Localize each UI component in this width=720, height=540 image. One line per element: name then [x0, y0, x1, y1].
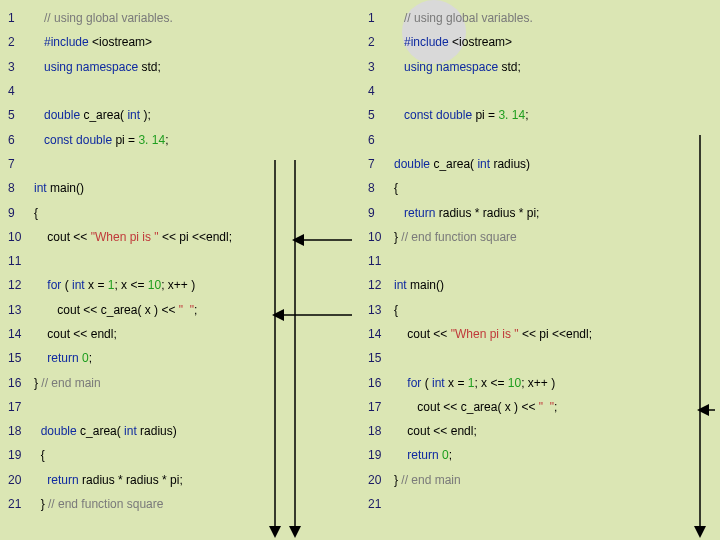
- code-text: for ( int x = 1; x <= 10; x++ ): [34, 278, 195, 292]
- code-text: // using global variables.: [394, 11, 533, 25]
- line-number: 20: [360, 473, 394, 487]
- line-number: 4: [0, 84, 34, 98]
- code-text: double c_area( int );: [34, 108, 151, 122]
- code-line: 10} // end function square: [360, 225, 720, 249]
- code-line: 10 cout << "When pi is " << pi <<endl;: [0, 225, 360, 249]
- code-line: 19 {: [0, 443, 360, 467]
- code-text: int main(): [394, 278, 444, 292]
- code-text: // using global variables.: [34, 11, 173, 25]
- line-number: 17: [0, 400, 34, 414]
- code-line: 8{: [360, 176, 720, 200]
- code-line: 16 for ( int x = 1; x <= 10; x++ ): [360, 370, 720, 394]
- code-line: 11: [0, 249, 360, 273]
- line-number: 7: [0, 157, 34, 171]
- code-line: 20} // end main: [360, 468, 720, 492]
- line-number: 5: [360, 108, 394, 122]
- code-line: 7: [0, 152, 360, 176]
- line-number: 18: [0, 424, 34, 438]
- code-text: cout << "When pi is " << pi <<endl;: [34, 230, 232, 244]
- line-number: 9: [0, 206, 34, 220]
- line-number: 13: [360, 303, 394, 317]
- line-number: 20: [0, 473, 34, 487]
- code-line: 18 double c_area( int radius): [0, 419, 360, 443]
- line-number: 10: [0, 230, 34, 244]
- code-line: 1 // using global variables.: [0, 6, 360, 30]
- line-number: 6: [0, 133, 34, 147]
- code-text: return radius * radius * pi;: [394, 206, 539, 220]
- code-line: 4: [0, 79, 360, 103]
- line-number: 16: [0, 376, 34, 390]
- code-text: cout << endl;: [34, 327, 117, 341]
- code-text: double c_area( int radius): [34, 424, 177, 438]
- code-line: 3 using namespace std;: [360, 55, 720, 79]
- code-text: {: [34, 448, 45, 462]
- code-line: 12int main(): [360, 273, 720, 297]
- code-line: 9 return radius * radius * pi;: [360, 200, 720, 224]
- code-text: } // end main: [394, 473, 461, 487]
- code-line: 16} // end main: [0, 370, 360, 394]
- line-number: 11: [360, 254, 394, 268]
- line-number: 13: [0, 303, 34, 317]
- code-text: } // end function square: [34, 497, 163, 511]
- code-text: const double pi = 3. 14;: [34, 133, 168, 147]
- line-number: 2: [360, 35, 394, 49]
- code-line: 5 const double pi = 3. 14;: [360, 103, 720, 127]
- code-line: 15: [360, 346, 720, 370]
- line-number: 3: [360, 60, 394, 74]
- code-line: 2 #include <iostream>: [0, 30, 360, 54]
- line-number: 1: [0, 11, 34, 25]
- code-text: return 0;: [34, 351, 92, 365]
- code-line: 11: [360, 249, 720, 273]
- line-number: 3: [0, 60, 34, 74]
- code-line: 8int main(): [0, 176, 360, 200]
- code-line: 7double c_area( int radius): [360, 152, 720, 176]
- code-line: 13 cout << c_area( x ) << " ";: [0, 298, 360, 322]
- code-text: cout << "When pi is " << pi <<endl;: [394, 327, 592, 341]
- line-number: 8: [0, 181, 34, 195]
- code-text: return 0;: [394, 448, 452, 462]
- code-text: } // end main: [34, 376, 101, 390]
- code-line: 18 cout << endl;: [360, 419, 720, 443]
- code-text: const double pi = 3. 14;: [394, 108, 528, 122]
- code-panel-right: 1 // using global variables.2 #include <…: [360, 0, 720, 540]
- code-text: #include <iostream>: [34, 35, 152, 49]
- code-text: #include <iostream>: [394, 35, 512, 49]
- line-number: 10: [360, 230, 394, 244]
- code-text: cout << endl;: [394, 424, 477, 438]
- code-text: using namespace std;: [394, 60, 521, 74]
- code-line: 17 cout << c_area( x ) << " ";: [360, 395, 720, 419]
- line-number: 14: [360, 327, 394, 341]
- code-line: 9{: [0, 200, 360, 224]
- line-number: 21: [360, 497, 394, 511]
- line-number: 4: [360, 84, 394, 98]
- line-number: 18: [360, 424, 394, 438]
- code-line: 12 for ( int x = 1; x <= 10; x++ ): [0, 273, 360, 297]
- line-number: 14: [0, 327, 34, 341]
- line-number: 19: [360, 448, 394, 462]
- code-line: 2 #include <iostream>: [360, 30, 720, 54]
- line-number: 16: [360, 376, 394, 390]
- code-text: for ( int x = 1; x <= 10; x++ ): [394, 376, 555, 390]
- line-number: 15: [0, 351, 34, 365]
- code-line: 6 const double pi = 3. 14;: [0, 127, 360, 151]
- code-line: 1 // using global variables.: [360, 6, 720, 30]
- line-number: 6: [360, 133, 394, 147]
- code-line: 3 using namespace std;: [0, 55, 360, 79]
- code-text: return radius * radius * pi;: [34, 473, 183, 487]
- code-line: 19 return 0;: [360, 443, 720, 467]
- code-text: double c_area( int radius): [394, 157, 530, 171]
- line-number: 5: [0, 108, 34, 122]
- line-number: 15: [360, 351, 394, 365]
- line-number: 8: [360, 181, 394, 195]
- code-panel-left: 1 // using global variables.2 #include <…: [0, 0, 360, 540]
- code-text: using namespace std;: [34, 60, 161, 74]
- line-number: 2: [0, 35, 34, 49]
- line-number: 19: [0, 448, 34, 462]
- code-line: 6: [360, 127, 720, 151]
- code-line: 5 double c_area( int );: [0, 103, 360, 127]
- code-text: {: [394, 303, 398, 317]
- code-line: 4: [360, 79, 720, 103]
- code-text: {: [34, 206, 38, 220]
- code-line: 21: [360, 492, 720, 516]
- line-number: 1: [360, 11, 394, 25]
